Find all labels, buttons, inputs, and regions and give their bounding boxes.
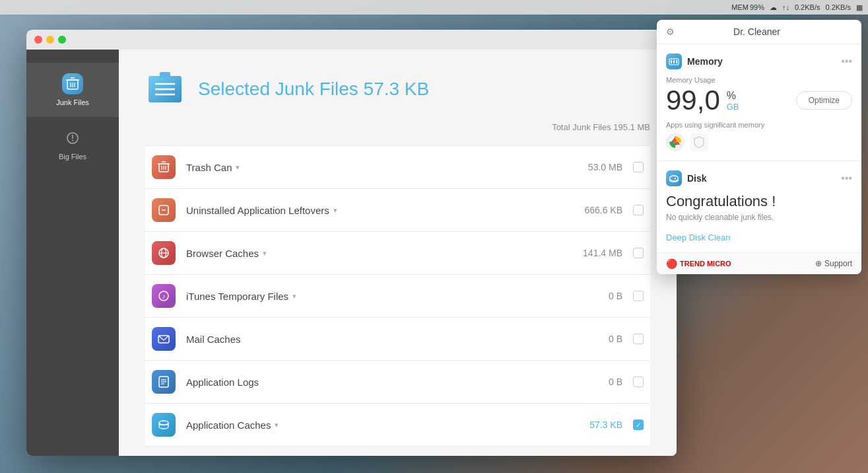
memory-ellipsis-button[interactable]: ••• [841, 55, 852, 67]
optimize-button[interactable]: Optimize [796, 91, 852, 110]
app-logs-checkbox[interactable] [633, 377, 644, 387]
uninstalled-apps-chevron[interactable]: ▾ [333, 206, 337, 215]
apps-memory-label: Apps using significant memory [666, 121, 852, 129]
browser-caches-size: 141.4 MB [570, 248, 622, 258]
uninstalled-apps-icon [152, 198, 176, 222]
close-button[interactable] [34, 36, 42, 44]
sidebar-item-junk-files[interactable]: Junk Files [26, 63, 119, 117]
trash-can-checkbox[interactable] [633, 162, 644, 172]
memory-section-icon [666, 54, 682, 69]
memory-section-header: Memory ••• [666, 54, 852, 69]
app-logs-icon [152, 370, 176, 394]
svg-point-48 [675, 178, 676, 179]
no-junk-text: No quickly cleanable junk files. [666, 213, 852, 222]
file-item-app-logs: Application Logs 0 B [145, 361, 650, 404]
title-size: 57.3 KB [364, 79, 430, 99]
svg-rect-38 [676, 60, 677, 63]
uninstalled-apps-name: Uninstalled Application Leftovers ▾ [186, 205, 559, 216]
browser-caches-name: Browser Caches ▾ [186, 248, 559, 259]
panel-support-icon: ⊕ [815, 259, 822, 268]
uninstalled-apps-checkbox[interactable] [633, 205, 644, 215]
cloud-icon: ☁ [770, 3, 777, 12]
deep-disk-clean-link[interactable]: Deep Disk Clean [666, 233, 731, 242]
disk-section-icon [666, 170, 682, 186]
disk-section-title: Disk [666, 170, 707, 186]
svg-point-33 [159, 421, 168, 425]
disk-section-header: Disk ••• [666, 170, 852, 186]
itunes-temp-checkbox[interactable] [633, 291, 644, 301]
header-text: Selected Junk Files 57.3 KB [198, 79, 429, 100]
itunes-temp-chevron[interactable]: ▾ [292, 292, 296, 301]
app-caches-label: Application Caches [186, 419, 271, 431]
trend-micro-logo: 🔴 TREND MICRO [666, 258, 731, 269]
panel-footer: 🔴 TREND MICRO ⊕ Support [657, 252, 861, 274]
memory-usage-label: Memory Usage [666, 76, 852, 84]
net-up: 0.2KB/s [795, 3, 820, 11]
mem-label: MEM [731, 3, 749, 11]
memory-percent-gb: % GB [727, 90, 739, 112]
browser-caches-icon [152, 241, 176, 265]
maximize-button[interactable] [58, 36, 66, 44]
trash-can-chevron[interactable]: ▾ [236, 163, 240, 172]
title-static: Selected Junk Files [198, 79, 358, 99]
disk-section: Disk ••• Congratulations ! No quickly cl… [657, 161, 861, 252]
panel-support-label: Support [824, 259, 852, 268]
minimize-button[interactable] [46, 36, 54, 44]
header-icon [145, 69, 185, 109]
sidebar-item-big-files[interactable]: Big Files [26, 117, 119, 171]
svg-rect-36 [671, 60, 672, 63]
memory-percent-label: % [727, 90, 739, 102]
mail-caches-checkbox[interactable] [633, 334, 644, 344]
panel-support-button[interactable]: ⊕ Support [815, 259, 852, 268]
memory-title-label: Memory [687, 56, 723, 67]
file-list: Trash Can ▾ 53.0 MB Uninsta [145, 145, 650, 447]
file-item-browser-caches: Browser Caches ▾ 141.4 MB [145, 232, 650, 275]
file-item-mail-caches: Mail Caches 0 B [145, 318, 650, 361]
congrats-text: Congratulations ! [666, 193, 852, 210]
gear-icon[interactable]: ⚙ [666, 26, 675, 37]
sidebar-item-big-files-label: Big Files [59, 153, 86, 161]
itunes-temp-icon: ♪ [152, 284, 176, 308]
memory-gb-label[interactable]: GB [727, 102, 739, 112]
disk-ellipsis-button[interactable]: ••• [841, 172, 852, 184]
app-caches-icon [152, 413, 176, 437]
app-caches-checkbox[interactable]: ✓ [633, 419, 644, 430]
net-down: 0.2KB/s [825, 3, 851, 11]
itunes-temp-name: iTunes Temporary Files ▾ [186, 291, 559, 302]
trend-micro-icon: 🔴 [666, 258, 677, 269]
uninstalled-apps-label: Uninstalled Application Leftovers [186, 205, 329, 216]
menu-bar: MEM 99% ☁ ↑↓ 0.2KB/s 0.2KB/s ▦ [0, 0, 868, 15]
safari-app-icon [690, 133, 708, 151]
svg-rect-37 [673, 60, 675, 63]
total-value: 195.1 MB [613, 122, 650, 132]
title-bar [26, 30, 677, 50]
trash-can-name: Trash Can ▾ [186, 162, 559, 173]
mail-caches-name: Mail Caches [186, 334, 559, 345]
file-item-trash-can: Trash Can ▾ 53.0 MB [145, 145, 650, 189]
wifi-icon: ↑↓ [782, 3, 789, 11]
app-icons-row [666, 133, 852, 151]
trend-micro-label: TREND MICRO [680, 260, 731, 268]
mail-caches-icon [152, 327, 176, 351]
mem-indicator: MEM 99% [731, 3, 764, 11]
itunes-temp-size: 0 B [570, 291, 622, 301]
junk-files-icon [62, 73, 83, 94]
app-caches-chevron[interactable]: ▾ [275, 421, 279, 429]
panel-title: Dr. Cleaner [733, 26, 780, 37]
chrome-app-icon [666, 133, 684, 151]
svg-point-8 [72, 140, 73, 141]
mem-value: 99% [750, 3, 764, 11]
uninstalled-apps-size: 666.6 KB [570, 205, 622, 215]
file-item-app-caches: Application Caches ▾ 57.3 KB ✓ [145, 404, 650, 447]
browser-caches-checkbox[interactable] [633, 248, 644, 258]
panel-header: ⚙ Dr. Cleaner [657, 20, 861, 44]
app-caches-name: Application Caches ▾ [186, 419, 559, 431]
trash-can-icon [152, 155, 176, 179]
total-label-text: Total Junk Files [552, 122, 611, 132]
disk-title-label: Disk [687, 173, 707, 184]
memory-value: 99,0 [666, 87, 720, 114]
browser-caches-label: Browser Caches [186, 248, 259, 259]
browser-caches-chevron[interactable]: ▾ [263, 249, 267, 258]
app-caches-size: 57.3 KB [570, 419, 622, 430]
memory-section-title: Memory [666, 54, 723, 69]
